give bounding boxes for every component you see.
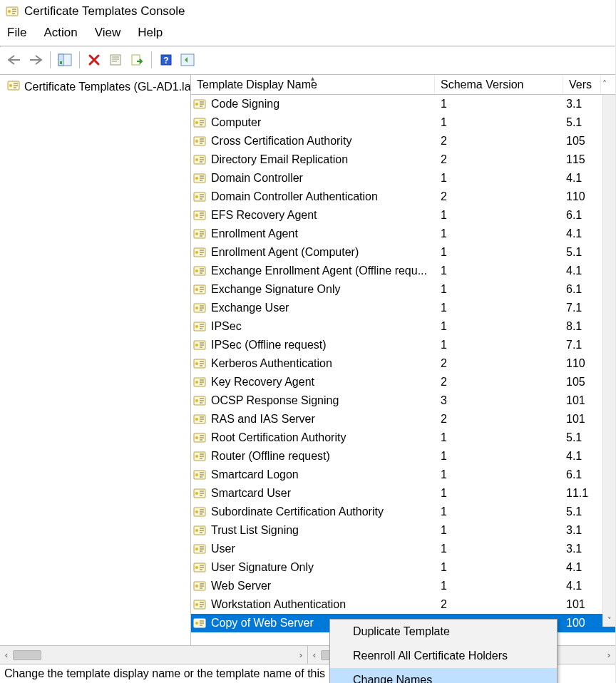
scroll-right-icon[interactable]: › [294, 649, 307, 660]
context-menu-item[interactable]: Duplicate Template [330, 620, 557, 644]
table-row[interactable]: User Signature Only14.1 [191, 558, 615, 577]
column-header-label: Template Display Name [197, 78, 317, 91]
refresh-button[interactable] [178, 50, 197, 70]
vertical-scrollbar[interactable]: ˅ [602, 95, 615, 627]
cell-version: 110 [563, 190, 601, 203]
menu-view[interactable]: View [95, 26, 121, 40]
column-version[interactable]: Vers [563, 76, 601, 94]
cell-template-name: Trust List Signing [208, 524, 435, 537]
table-row[interactable]: RAS and IAS Server2101 [191, 410, 615, 428]
svg-point-23 [195, 195, 198, 198]
certificate-template-icon [191, 598, 208, 611]
cell-version: 3.1 [563, 524, 601, 537]
table-row[interactable]: Kerberos Authentication2110 [191, 354, 615, 373]
cell-template-name: Key Recovery Agent [208, 376, 435, 389]
cell-schema-version: 2 [435, 376, 563, 389]
table-row[interactable]: OCSP Response Signing3101 [191, 391, 615, 410]
cell-template-name: Kerberos Authentication [208, 357, 435, 370]
cell-version: 105 [563, 376, 601, 389]
scroll-up-icon[interactable]: ˄ [602, 79, 607, 89]
delete-button[interactable] [84, 50, 104, 70]
scroll-right-icon[interactable]: › [602, 649, 615, 660]
show-hide-tree-button[interactable] [55, 50, 75, 70]
cell-schema-version: 1 [435, 227, 563, 240]
tree-pane: Certificate Templates (GL-AD1.la [0, 75, 191, 645]
column-template-name[interactable]: ▴ Template Display Name [191, 76, 435, 94]
tree-root[interactable]: Certificate Templates (GL-AD1.la [4, 78, 190, 96]
certificate-template-icon [191, 116, 208, 129]
cell-template-name: User Signature Only [208, 561, 435, 574]
certificate-template-icon [191, 98, 208, 111]
certificate-template-icon [191, 487, 208, 500]
properties-button[interactable] [106, 50, 125, 70]
menu-file[interactable]: File [7, 26, 26, 40]
scrollbar-thumb[interactable] [13, 650, 41, 660]
cell-version: 4.1 [563, 450, 601, 463]
certificate-template-icon [191, 505, 208, 518]
table-row[interactable]: Workstation Authentication2101 [191, 595, 615, 614]
table-row[interactable]: Exchange User17.1 [191, 299, 615, 317]
toolbar-separator [79, 51, 80, 68]
svg-point-19 [195, 158, 198, 161]
toolbar-separator [151, 51, 152, 68]
table-row[interactable]: Router (Offline request)14.1 [191, 447, 615, 466]
window-title: Certificate Templates Console [24, 4, 185, 19]
table-row[interactable]: Enrollment Agent14.1 [191, 225, 615, 243]
table-row[interactable]: Root Certification Authority15.1 [191, 428, 615, 447]
context-menu: Duplicate TemplateReenroll All Certifica… [329, 619, 558, 683]
cell-template-name: Workstation Authentication [208, 598, 435, 611]
table-row[interactable]: Cross Certification Authority2105 [191, 132, 615, 150]
cell-schema-version: 1 [435, 246, 563, 259]
table-row[interactable]: Directory Email Replication2115 [191, 150, 615, 169]
menu-action[interactable]: Action [43, 26, 77, 40]
help-button[interactable]: ? [156, 50, 176, 70]
column-schema-version[interactable]: Schema Version [435, 76, 563, 94]
table-row[interactable]: Computer15.1 [191, 113, 615, 132]
table-row[interactable]: Subordinate Certification Authority15.1 [191, 503, 615, 521]
cell-template-name: Cross Certification Authority [208, 135, 435, 148]
certificate-template-icon [191, 450, 208, 463]
svg-point-45 [195, 399, 198, 402]
table-row[interactable]: User13.1 [191, 540, 615, 558]
tree-horizontal-scrollbar[interactable]: ‹ › [0, 646, 308, 664]
cell-template-name: IPSec (Offline request) [208, 339, 435, 351]
table-row[interactable]: Smartcard Logon16.1 [191, 466, 615, 484]
back-button[interactable] [4, 50, 24, 70]
menu-help[interactable]: Help [138, 26, 163, 40]
cell-schema-version: 1 [435, 505, 563, 518]
scroll-left-icon[interactable]: ‹ [308, 649, 321, 660]
cell-template-name: Code Signing [208, 98, 435, 111]
table-row[interactable]: Trust List Signing13.1 [191, 521, 615, 540]
svg-point-53 [195, 473, 198, 476]
table-row[interactable]: Web Server14.1 [191, 577, 615, 595]
table-row[interactable]: Smartcard User111.1 [191, 484, 615, 503]
table-row[interactable]: Key Recovery Agent2105 [191, 373, 615, 391]
cell-schema-version: 1 [435, 524, 563, 537]
cell-schema-version: 1 [435, 265, 563, 277]
svg-point-33 [195, 288, 198, 291]
table-row[interactable]: EFS Recovery Agent16.1 [191, 206, 615, 225]
table-row[interactable]: IPSec18.1 [191, 317, 615, 336]
table-row[interactable]: Domain Controller Authentication2110 [191, 188, 615, 206]
table-row[interactable]: Enrollment Agent (Computer)15.1 [191, 243, 615, 262]
cell-version: 101 [563, 394, 601, 407]
certificate-template-icon [191, 283, 208, 296]
cell-schema-version: 2 [435, 153, 563, 166]
table-row[interactable]: Domain Controller14.1 [191, 169, 615, 188]
export-button[interactable] [127, 50, 147, 70]
table-row[interactable]: Exchange Enrollment Agent (Offline requ.… [191, 262, 615, 280]
table-row[interactable]: Code Signing13.1 [191, 95, 615, 113]
cell-version: 7.1 [563, 339, 601, 351]
certificate-template-icon [7, 79, 20, 95]
context-menu-item[interactable]: Change Names [330, 668, 557, 683]
svg-point-57 [195, 510, 198, 513]
table-row[interactable]: IPSec (Offline request)17.1 [191, 336, 615, 354]
forward-button[interactable] [26, 50, 46, 70]
cell-schema-version: 1 [435, 209, 563, 222]
svg-point-37 [195, 325, 198, 328]
cell-version: 4.1 [563, 580, 601, 592]
table-row[interactable]: Exchange Signature Only16.1 [191, 280, 615, 299]
scroll-left-icon[interactable]: ‹ [0, 649, 13, 660]
context-menu-item[interactable]: Reenroll All Certificate Holders [330, 644, 557, 668]
scroll-down-icon[interactable]: ˅ [603, 616, 615, 625]
